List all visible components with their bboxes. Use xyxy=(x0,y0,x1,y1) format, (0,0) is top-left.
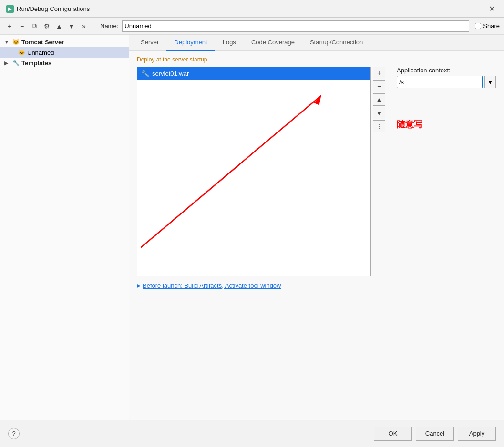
move-up-button[interactable]: ▲ xyxy=(54,21,64,31)
move-down-button[interactable]: ▼ xyxy=(66,21,77,31)
toolbar-separator xyxy=(93,22,93,30)
name-input[interactable] xyxy=(122,20,469,32)
cancel-button[interactable]: Cancel xyxy=(416,427,454,441)
app-context-label: Application context: xyxy=(397,67,496,74)
templates-icon: 🔧 xyxy=(12,59,20,67)
name-label: Name: xyxy=(100,22,118,30)
more-button[interactable]: » xyxy=(79,21,89,31)
sidebar-unnamed[interactable]: 🐱 Unnamed xyxy=(0,47,129,58)
bottom-bar: ? OK Cancel Apply xyxy=(0,420,504,447)
dialog-icon: ▶ xyxy=(6,5,14,13)
copy-config-button[interactable]: ⧉ xyxy=(29,21,40,31)
tomcat-icon: 🐱 xyxy=(12,38,20,46)
move-artifact-up-button[interactable]: ▲ xyxy=(373,93,385,106)
templates-label: Templates xyxy=(21,60,51,67)
sidebar-templates[interactable]: ▶ 🔧 Templates xyxy=(0,58,129,68)
tomcat-server-label: Tomcat Server xyxy=(21,39,64,46)
settings-button[interactable]: ⚙ xyxy=(41,21,52,31)
tab-deployment[interactable]: Deployment xyxy=(166,35,215,51)
share-label: Share xyxy=(483,22,500,30)
tab-server[interactable]: Server xyxy=(133,35,166,51)
before-launch-text[interactable]: Before launch: Build Artifacts, Activate… xyxy=(143,282,281,289)
artifact-label: servlet01:war xyxy=(152,70,189,77)
name-row: Name: xyxy=(100,20,469,32)
tab-content-deployment: Deploy at the server startup 🔧 servlet01… xyxy=(129,51,504,420)
remove-config-button[interactable]: − xyxy=(17,21,27,31)
unnamed-label: Unnamed xyxy=(27,49,54,56)
more-artifact-button[interactable]: ⋮ xyxy=(373,120,385,132)
close-button[interactable]: ✕ xyxy=(486,3,498,14)
title-bar-left: ▶ Run/Debug Configurations xyxy=(6,5,90,13)
dialog-title: Run/Debug Configurations xyxy=(17,5,90,12)
tab-bar: Server Deployment Logs Code Coverage Sta… xyxy=(129,35,504,51)
add-artifact-button[interactable]: + xyxy=(373,67,385,79)
before-launch-section: ▶ Before launch: Build Artifacts, Activa… xyxy=(137,282,496,289)
tab-code-coverage[interactable]: Code Coverage xyxy=(244,35,302,51)
app-context-input-row: ▼ xyxy=(397,76,496,88)
help-button[interactable]: ? xyxy=(8,428,20,439)
annotation-text: 随意写 xyxy=(397,119,496,130)
move-artifact-down-button[interactable]: ▼ xyxy=(373,107,385,119)
svg-line-0 xyxy=(141,96,321,248)
app-context-dropdown-button[interactable]: ▼ xyxy=(484,76,496,88)
share-checkbox[interactable] xyxy=(475,23,481,29)
deploy-list-item[interactable]: 🔧 servlet01:war xyxy=(137,67,370,80)
deploy-section-label: Deploy at the server startup xyxy=(137,56,496,63)
title-bar: ▶ Run/Debug Configurations ✕ xyxy=(0,0,504,18)
main-content: ▼ 🐱 Tomcat Server 🐱 Unnamed ▶ 🔧 Template… xyxy=(0,35,504,420)
artifact-icon: 🔧 xyxy=(141,70,149,77)
remove-artifact-button[interactable]: − xyxy=(373,80,385,92)
app-context-section: Application context: ▼ 随意写 xyxy=(397,67,496,130)
expand-arrow-icon: ▼ xyxy=(4,40,10,45)
bottom-right: OK Cancel Apply xyxy=(374,427,496,441)
templates-expand-arrow: ▶ xyxy=(4,61,10,66)
tab-startup-connection[interactable]: Startup/Connection xyxy=(302,35,370,51)
ok-button[interactable]: OK xyxy=(374,427,412,441)
side-buttons: + − ▲ ▼ ⋮ xyxy=(373,67,385,276)
deploy-list-area: 🔧 servlet01:war xyxy=(137,67,385,276)
apply-button[interactable]: Apply xyxy=(458,427,496,441)
svg-marker-1 xyxy=(314,96,321,105)
toolbar: + − ⧉ ⚙ ▲ ▼ » Name: Share xyxy=(0,18,504,35)
add-config-button[interactable]: + xyxy=(4,21,15,31)
app-context-input[interactable] xyxy=(397,76,483,88)
sidebar-tomcat-server[interactable]: ▼ 🐱 Tomcat Server xyxy=(0,37,129,47)
unnamed-tomcat-icon: 🐱 xyxy=(18,49,25,56)
annotation-arrow xyxy=(137,67,370,276)
run-debug-dialog: ▶ Run/Debug Configurations ✕ + − ⧉ ⚙ ▲ ▼… xyxy=(0,0,504,447)
share-checkbox-container: Share xyxy=(475,22,500,30)
deploy-list-container: 🔧 servlet01:war xyxy=(137,67,371,276)
bottom-left: ? xyxy=(8,428,20,439)
deploy-section: 🔧 servlet01:war xyxy=(137,67,496,276)
tab-logs[interactable]: Logs xyxy=(215,35,244,51)
right-panel: Server Deployment Logs Code Coverage Sta… xyxy=(129,35,504,420)
before-launch-toggle[interactable]: ▶ xyxy=(137,283,141,288)
sidebar: ▼ 🐱 Tomcat Server 🐱 Unnamed ▶ 🔧 Template… xyxy=(0,35,129,420)
